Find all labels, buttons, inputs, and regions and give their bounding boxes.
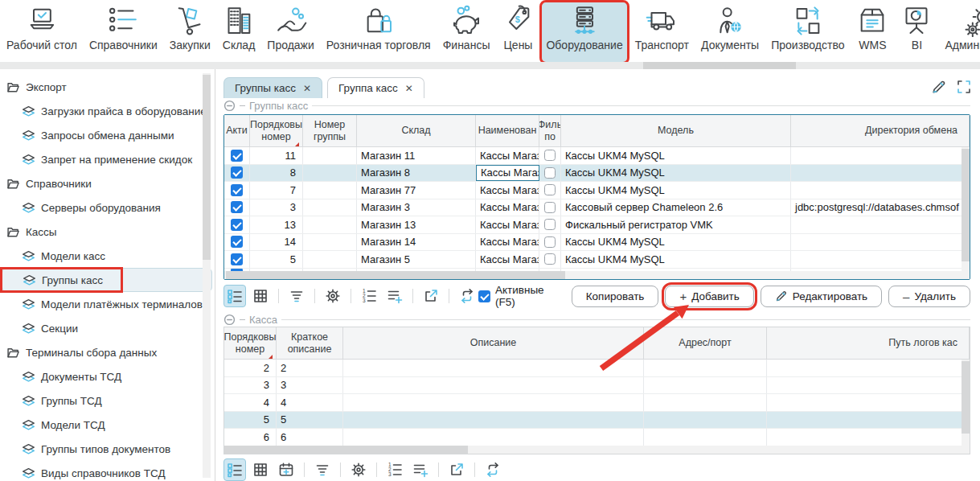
calendar-button[interactable] — [275, 458, 297, 481]
sidebar-item-payment-terminal-models[interactable]: Модели платёжных терминалов — [0, 292, 215, 316]
column-header-short[interactable]: Краткоеописание — [277, 327, 343, 359]
numbered-list-button[interactable]: 123 — [358, 285, 380, 307]
cell-short[interactable]: 2 — [277, 360, 343, 376]
table-row[interactable]: 8Магазин 8Кассы МагазиКассы UKM4 MySQL — [224, 165, 970, 183]
ribbon-item-warehouse[interactable]: Склад — [219, 2, 260, 62]
cell-active[interactable] — [224, 165, 250, 182]
cell-num[interactable]: 5 — [250, 251, 303, 268]
cell-group[interactable] — [303, 234, 357, 251]
cell-filter[interactable] — [539, 234, 561, 251]
table-row[interactable]: 11Магазин 11Кассы МагазиКассы UKM4 MySQL — [224, 147, 970, 165]
table-row[interactable]: 22 — [224, 360, 970, 377]
cell-group[interactable] — [303, 147, 357, 164]
expand-icon[interactable] — [956, 79, 972, 95]
sidebar-item-export[interactable]: Экспорт — [0, 75, 215, 99]
column-header-group[interactable]: Номергруппы — [303, 115, 357, 146]
cell-addr[interactable] — [644, 377, 767, 394]
cell-num[interactable]: 5 — [224, 412, 277, 429]
column-header-addr[interactable]: Адрес/порт — [644, 327, 767, 359]
add-row-button[interactable] — [383, 285, 406, 307]
cell-warehouse[interactable]: Магазин 3 — [357, 199, 476, 216]
sidebar-item-tsd-documents[interactable]: Документы ТСД — [0, 364, 215, 388]
cell-dir[interactable] — [791, 234, 970, 251]
gear-button[interactable] — [347, 458, 370, 481]
cell-warehouse[interactable]: Магазин 11 — [357, 147, 476, 164]
collapse-icon[interactable] — [223, 100, 236, 112]
cell-dir[interactable]: jdbc:postgresql://databases.chmsof — [791, 199, 970, 216]
cell-warehouse[interactable]: Магазин 8 — [357, 165, 476, 182]
table-row[interactable]: 5Магазин 5Кассы МагазиКассы UKM4 MySQL — [224, 251, 970, 269]
cell-group[interactable] — [303, 216, 357, 233]
cell-desc[interactable] — [343, 429, 644, 446]
numbered-list-button[interactable]: 123 — [383, 458, 406, 481]
edit-button[interactable]: Редактировать — [761, 286, 882, 307]
column-header-warehouse[interactable]: Склад — [357, 115, 476, 146]
checkbox-unchecked[interactable] — [544, 167, 556, 179]
cell-num[interactable]: 7 — [250, 182, 303, 199]
column-header-num[interactable]: Порядковыномер — [224, 327, 277, 359]
active-filter[interactable]: Активные (F5) — [478, 284, 564, 308]
delete-button[interactable]: – Удалить — [888, 286, 970, 307]
cell-warehouse[interactable]: Магазин 13 — [357, 216, 476, 233]
cell-short[interactable]: 5 — [277, 412, 343, 429]
cell-filter[interactable] — [539, 165, 561, 182]
cell-logs[interactable] — [767, 412, 970, 429]
column-header-name[interactable]: Наименован — [476, 115, 539, 146]
cell-name[interactable]: Кассы Магази — [476, 199, 539, 216]
column-header-dir[interactable]: Директория обмена — [791, 115, 970, 146]
cell-logs[interactable] — [767, 429, 970, 446]
vertical-scrollbar[interactable] — [962, 147, 970, 279]
checkbox-checked[interactable] — [231, 253, 243, 265]
sidebar-item-tsd-groups[interactable]: Группы ТСД — [0, 388, 215, 413]
cell-num[interactable]: 3 — [224, 377, 277, 394]
cell-addr[interactable] — [644, 412, 767, 429]
refresh-button[interactable] — [456, 285, 478, 307]
refresh-button[interactable] — [482, 458, 504, 481]
cell-num[interactable]: 2 — [224, 360, 277, 376]
checkbox-unchecked[interactable] — [544, 202, 556, 213]
cell-num[interactable]: 8 — [250, 165, 303, 182]
cell-addr[interactable] — [644, 360, 767, 376]
external-link-button[interactable] — [420, 285, 442, 307]
sidebar-item-cash-registers[interactable]: Кассы — [0, 220, 215, 244]
column-header-logs[interactable]: Путь логов кас — [767, 327, 970, 359]
filter-button[interactable] — [311, 458, 334, 481]
cell-warehouse[interactable]: Магазин 77 — [357, 182, 476, 199]
cell-model[interactable]: Кассы UKM4 MySQL — [561, 147, 791, 164]
active-filter-checkbox[interactable] — [478, 290, 490, 302]
add-button[interactable]: + Добавить — [665, 286, 753, 307]
table-row[interactable]: 66 — [224, 429, 970, 446]
cell-name[interactable]: Кассы Магази — [476, 182, 539, 199]
cell-group[interactable] — [303, 199, 357, 216]
cell-logs[interactable] — [767, 377, 970, 394]
scrollbar-thumb[interactable] — [226, 271, 565, 279]
cell-model[interactable]: Кассы UKM4 MySQL — [561, 182, 791, 199]
cell-active[interactable] — [224, 199, 250, 216]
scrollbar-thumb[interactable] — [962, 149, 970, 261]
ribbon-item-finance[interactable]: Финансы — [439, 2, 494, 62]
checkbox-checked[interactable] — [231, 150, 243, 162]
cell-desc[interactable] — [343, 394, 644, 411]
ribbon-item-production[interactable]: Производство — [767, 2, 848, 62]
close-icon[interactable]: ✕ — [405, 83, 413, 94]
cell-logs[interactable] — [767, 360, 970, 376]
cell-model[interactable]: Кассовый сервер Chameleon 2.6 — [561, 199, 791, 216]
cell-short[interactable]: 4 — [277, 394, 343, 411]
grid-button[interactable] — [249, 458, 272, 481]
cell-group[interactable] — [303, 182, 357, 199]
table-row[interactable]: 3Магазин 3Кассы МагазиКассовый сервер Ch… — [224, 199, 970, 217]
table-row[interactable]: 44 — [224, 394, 970, 412]
ribbon-scrollbar-thumb[interactable] — [643, 62, 796, 69]
checkbox-checked[interactable] — [231, 201, 243, 213]
cell-num[interactable]: 4 — [224, 394, 277, 411]
cell-desc[interactable] — [343, 360, 644, 376]
gear-button[interactable] — [322, 285, 344, 307]
cell-model[interactable]: Фискальный регистратор VMK — [561, 216, 791, 233]
vertical-scrollbar[interactable] — [962, 360, 970, 454]
cell-model[interactable]: Кассы UKM4 MySQL — [561, 234, 791, 251]
cell-short[interactable]: 6 — [277, 429, 343, 446]
scrollbar-thumb[interactable] — [224, 446, 468, 454]
cell-num[interactable]: 13 — [250, 216, 303, 233]
column-header-desc[interactable]: Описание — [343, 327, 644, 359]
checkbox-checked[interactable] — [231, 219, 243, 231]
